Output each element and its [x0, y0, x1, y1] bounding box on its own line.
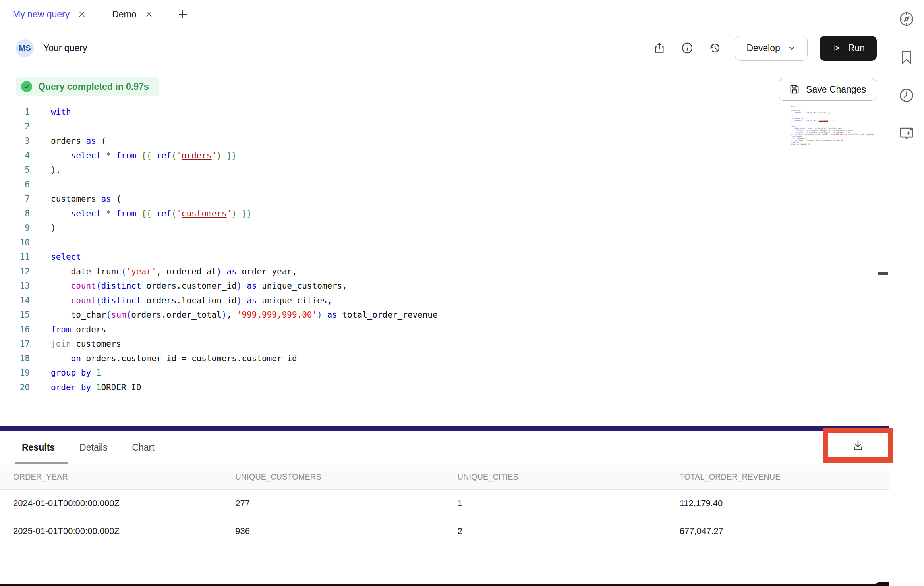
share-button[interactable] — [651, 40, 667, 56]
code-text: join customers — [51, 337, 121, 351]
line-number: 9 — [0, 221, 30, 235]
plus-icon — [177, 8, 189, 20]
develop-label: Develop — [746, 43, 780, 54]
sidebar-item-history[interactable] — [889, 76, 924, 114]
sidebar-item-explore[interactable] — [889, 0, 924, 38]
code-line[interactable]: 11select — [0, 250, 877, 264]
code-line[interactable]: 6 — [0, 177, 877, 192]
download-button[interactable] — [849, 437, 867, 454]
line-number: 5 — [0, 163, 30, 177]
code-text: ) — [51, 221, 56, 235]
column-header: UNIQUE_CITIES — [445, 465, 667, 490]
sidebar-item-bookmarks[interactable] — [889, 38, 924, 76]
code-line[interactable]: 3orders as ( — [0, 134, 877, 148]
table-cell: 936 — [222, 517, 444, 545]
main-panel: My new query Demo MS Your query — [0, 0, 889, 586]
code-line[interactable]: 1with — [0, 105, 877, 120]
code-text: select * from {{ ref('customers') }} — [51, 206, 252, 221]
table-cell: 112,179.40 — [667, 490, 889, 517]
code-line[interactable]: 14 count(distinct orders.location_id) as… — [0, 293, 877, 308]
sidebar-item-ai-assistant[interactable] — [889, 114, 924, 152]
column-header: TOTAL_ORDER_REVENUE — [667, 465, 889, 490]
code-text: date_trunc('year', ordered_at) as order_… — [51, 264, 297, 279]
line-number: 12 — [0, 264, 30, 279]
run-label: Run — [848, 43, 865, 54]
line-number: 11 — [0, 250, 30, 264]
code-text: order by 1ORDER_ID — [51, 380, 141, 395]
results-table: ORDER_YEARUNIQUE_CUSTOMERSUNIQUE_CITIEST… — [0, 465, 889, 545]
panel-resize-divider[interactable] — [0, 426, 889, 431]
run-button[interactable]: Run — [820, 36, 877, 61]
code-line[interactable]: 15 to_char(sum(orders.order_total), '999… — [0, 308, 877, 322]
code-line[interactable]: 12 date_trunc('year', ordered_at) as ord… — [0, 264, 877, 279]
tab-details[interactable]: Details — [73, 442, 114, 453]
table-row[interactable]: 2025-01-01T00:00:00.000Z9362677,047.27 — [0, 517, 889, 545]
indent-guide — [53, 293, 53, 308]
code-text: ), — [51, 163, 61, 177]
code-line[interactable]: 5), — [0, 163, 877, 177]
line-number: 17 — [0, 337, 30, 351]
line-number: 13 — [0, 279, 30, 293]
history-icon — [709, 42, 721, 54]
code-line[interactable]: 17join customers — [0, 337, 877, 351]
code-text: on orders.customer_id = customers.custom… — [51, 351, 297, 366]
line-number: 6 — [0, 177, 30, 192]
bottom-edge-corner — [875, 582, 889, 586]
code-line[interactable]: 9) — [0, 221, 877, 235]
code-text: to_char(sum(orders.order_total), '999,99… — [51, 308, 438, 322]
active-tab-underline — [15, 462, 68, 464]
status-text: Query completed in 0.97s — [38, 81, 149, 92]
indent-guide — [53, 351, 53, 366]
new-tab-button[interactable] — [166, 0, 199, 29]
line-number: 15 — [0, 308, 30, 322]
bookmark-icon — [898, 48, 915, 66]
query-header: MS Your query Develop — [0, 29, 889, 67]
editor-minimap[interactable]: withorders as ( select * from {{ ref('or… — [791, 106, 876, 145]
code-editor[interactable]: 1with23orders as (4 select * from {{ ref… — [0, 102, 877, 426]
code-text: count(distinct orders.location_id) as un… — [51, 293, 332, 308]
code-text: select — [51, 250, 81, 264]
tab-label: Demo — [112, 9, 136, 20]
indent-guide — [53, 206, 53, 221]
tab-results[interactable]: Results — [15, 442, 61, 453]
code-line[interactable]: 8 select * from {{ ref('customers') }} — [0, 206, 877, 221]
right-sidebar — [889, 0, 924, 586]
tab-chart[interactable]: Chart — [126, 442, 160, 453]
indent-guide — [53, 148, 53, 163]
table-cell: 2025-01-01T00:00:00.000Z — [0, 517, 222, 545]
code-line[interactable]: 19group by 1 — [0, 366, 877, 380]
code-line[interactable]: 18 on orders.customer_id = customers.cus… — [0, 351, 877, 366]
code-line[interactable]: 10 — [0, 235, 877, 250]
info-button[interactable] — [679, 40, 695, 56]
line-number: 16 — [0, 322, 30, 337]
column-header: ORDER_YEAR — [0, 465, 222, 490]
tab-demo[interactable]: Demo — [99, 0, 166, 29]
editor-scrollbar-thumb[interactable] — [878, 272, 888, 275]
line-number: 14 — [0, 293, 30, 308]
code-line[interactable]: 2 — [0, 120, 877, 134]
save-label: Save Changes — [806, 84, 866, 95]
code-line[interactable]: 4 select * from {{ ref('orders') }} — [0, 148, 877, 163]
tab-my-new-query[interactable]: My new query — [0, 0, 99, 29]
ai-chat-icon — [898, 125, 915, 142]
check-icon — [21, 81, 32, 92]
code-line[interactable]: 16from orders — [0, 322, 877, 337]
close-icon[interactable] — [77, 10, 86, 19]
editor-scrollbar-track[interactable] — [877, 68, 889, 426]
table-row[interactable]: 2024-01-01T00:00:00.000Z2771112,179.40 — [0, 490, 889, 517]
code-line[interactable]: 20order by 1ORDER_ID — [0, 380, 877, 395]
develop-dropdown[interactable]: Develop — [735, 36, 807, 61]
query-status-badge: Query completed in 0.97s — [16, 77, 159, 96]
code-text: select * from {{ ref('orders') }} — [51, 148, 237, 163]
tab-label: My new query — [13, 9, 70, 20]
line-number: 8 — [0, 206, 30, 221]
table-cell: 277 — [222, 490, 444, 517]
code-line[interactable]: 13 count(distinct orders.customer_id) as… — [0, 279, 877, 293]
code-text: count(distinct orders.customer_id) as un… — [51, 279, 347, 293]
history-button[interactable] — [707, 40, 723, 56]
clock-icon — [898, 87, 915, 104]
line-number: 4 — [0, 148, 30, 163]
close-icon[interactable] — [145, 10, 153, 19]
save-changes-button[interactable]: Save Changes — [779, 78, 876, 101]
code-line[interactable]: 7customers as ( — [0, 192, 877, 206]
